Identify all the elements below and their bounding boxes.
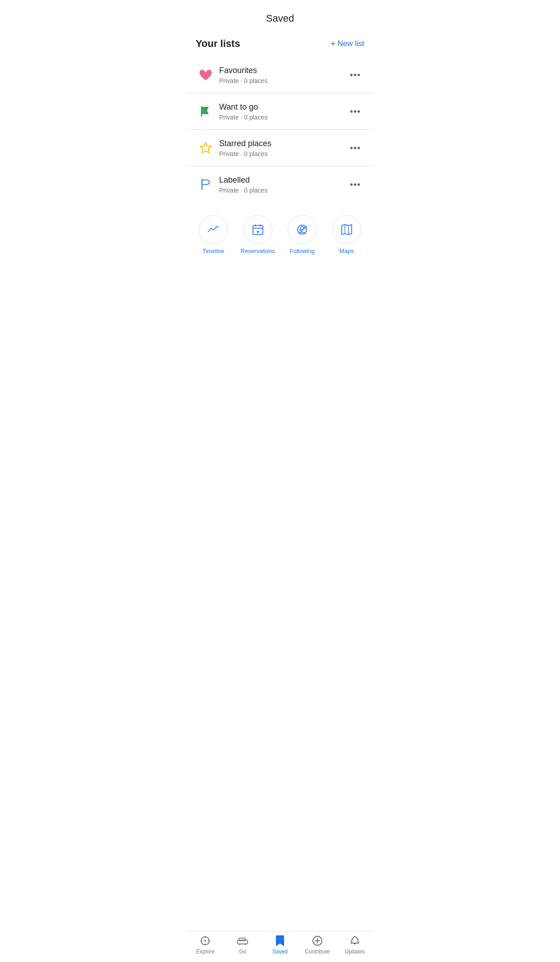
reservations-label: Reservations bbox=[241, 248, 275, 254]
want-to-go-info: Want to go Private · 0 places bbox=[219, 102, 346, 120]
favourites-name: Favourites bbox=[219, 65, 346, 76]
favourites-more-button[interactable]: ••• bbox=[346, 66, 364, 84]
following-label: Following bbox=[290, 248, 315, 254]
favourites-meta: Private · 0 places bbox=[219, 77, 346, 84]
new-list-label: New list bbox=[337, 39, 364, 48]
page-title: Saved bbox=[187, 0, 373, 33]
timeline-circle bbox=[199, 215, 228, 244]
quick-action-reservations[interactable]: Reservations bbox=[236, 215, 280, 254]
favourites-info: Favourites Private · 0 places bbox=[219, 65, 346, 84]
list-item-want-to-go[interactable]: Want to go Private · 0 places ••• bbox=[187, 93, 373, 129]
svg-marker-1 bbox=[200, 143, 211, 153]
new-list-plus-icon: + bbox=[330, 39, 336, 49]
quick-action-maps[interactable]: Maps bbox=[325, 215, 369, 254]
starred-places-info: Starred places Private · 0 places bbox=[219, 138, 346, 157]
new-list-button[interactable]: + New list bbox=[330, 39, 364, 49]
following-circle bbox=[288, 215, 317, 244]
labelled-more-button[interactable]: ••• bbox=[346, 176, 364, 193]
want-to-go-more-button[interactable]: ••• bbox=[346, 103, 364, 120]
quick-action-timeline[interactable]: Timeline bbox=[191, 215, 236, 254]
labelled-info: Labelled Private · 0 places bbox=[219, 175, 346, 193]
timeline-label: Timeline bbox=[202, 248, 225, 254]
want-to-go-name: Want to go bbox=[219, 102, 346, 112]
quick-actions: Timeline Reservations bbox=[187, 206, 373, 259]
svg-point-9 bbox=[301, 227, 304, 230]
starred-places-more-button[interactable]: ••• bbox=[346, 139, 364, 157]
your-lists-label: Your lists bbox=[196, 38, 240, 50]
maps-circle bbox=[332, 215, 361, 244]
lists-container: Favourites Private · 0 places ••• Want t… bbox=[187, 57, 373, 203]
labelled-name: Labelled bbox=[219, 175, 346, 185]
star-icon bbox=[196, 138, 216, 158]
svg-point-7 bbox=[257, 231, 259, 233]
list-item-starred-places[interactable]: Starred places Private · 0 places ••• bbox=[187, 129, 373, 166]
starred-places-meta: Private · 0 places bbox=[219, 150, 346, 157]
svg-marker-10 bbox=[342, 225, 352, 235]
reservations-circle bbox=[243, 215, 272, 244]
list-item-favourites[interactable]: Favourites Private · 0 places ••• bbox=[187, 57, 373, 93]
maps-label: Maps bbox=[340, 248, 354, 254]
flag-icon bbox=[196, 101, 216, 121]
label-p-icon bbox=[196, 175, 216, 194]
svg-rect-3 bbox=[253, 226, 263, 235]
starred-places-name: Starred places bbox=[219, 138, 346, 149]
list-item-labelled[interactable]: Labelled Private · 0 places ••• bbox=[187, 166, 373, 203]
quick-action-following[interactable]: Following bbox=[280, 215, 325, 254]
labelled-meta: Private · 0 places bbox=[219, 187, 346, 194]
want-to-go-meta: Private · 0 places bbox=[219, 114, 346, 121]
heart-icon bbox=[196, 65, 216, 85]
your-lists-header: Your lists + New list bbox=[187, 33, 373, 57]
